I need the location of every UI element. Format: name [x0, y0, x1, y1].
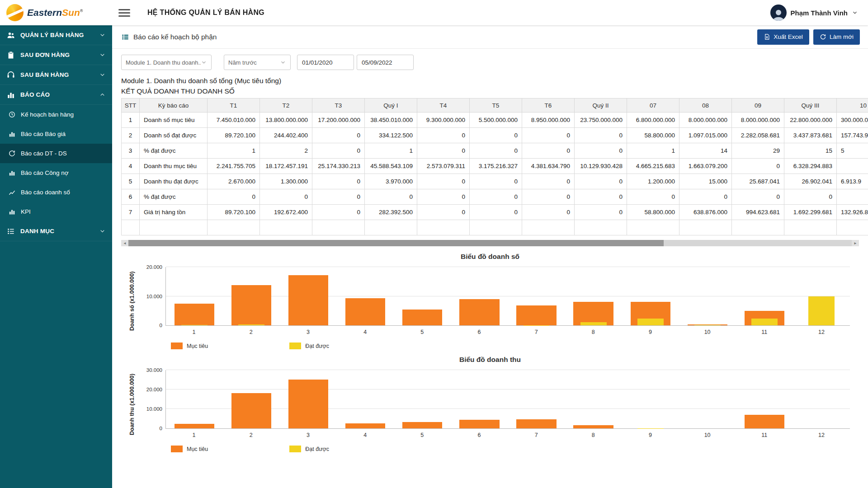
- bar-chart-icon: [6, 90, 15, 99]
- sidebar-subitem-bao-cao-doanh-so[interactable]: Báo cáo doanh số: [0, 183, 112, 202]
- sidebar-subitem-bao-cao-bao-gia[interactable]: Báo cáo Báo giá: [0, 124, 112, 144]
- table-cell: 0: [732, 159, 784, 174]
- column-header: T3: [312, 99, 365, 113]
- table-cell: 0: [732, 189, 784, 205]
- scroll-right-icon: ►: [854, 241, 857, 245]
- x-axis-tick-label: 9: [622, 432, 679, 438]
- table-cell: 3.175.216.327: [470, 159, 522, 174]
- scroll-right-arrow[interactable]: ►: [852, 240, 859, 246]
- sidebar-subitem-kpi[interactable]: KPI: [0, 202, 112, 221]
- x-axis-tick-label: 2: [222, 432, 279, 438]
- bar-dat-duoc: [751, 319, 778, 325]
- x-axis-tick-label: 7: [508, 329, 565, 335]
- table-cell: [208, 220, 260, 235]
- sidebar-subitem-bao-cao-cong-no[interactable]: Báo cáo Công nợ: [0, 163, 112, 183]
- registered-mark: ®: [80, 9, 83, 13]
- clock-icon: [8, 111, 16, 118]
- table-row: 5Doanh thu đạt được2.670.0001.300.00003.…: [122, 174, 868, 189]
- bar-muc-tieu: [345, 423, 385, 428]
- scrollbar-track[interactable]: [128, 240, 852, 246]
- table-cell: 0: [470, 143, 522, 159]
- bar-muc-tieu: [402, 310, 442, 325]
- table-cell: 6: [122, 189, 140, 205]
- table-cell: 1: [122, 113, 140, 128]
- bars-icon: [8, 169, 16, 177]
- table-cell: 5: [837, 143, 868, 159]
- menu-toggle-button[interactable]: [118, 9, 130, 17]
- period-select[interactable]: Năm trước: [224, 55, 291, 70]
- y-axis-tick-label: 20.000: [146, 387, 162, 392]
- table-cell: 1: [208, 143, 260, 159]
- list-icon: [6, 227, 15, 236]
- table-cell: 0: [575, 128, 627, 143]
- sidebar-item-quan-ly-ban-hang[interactable]: QUẢN LÝ BÁN HÀNG: [0, 25, 112, 45]
- table-cell: 7: [122, 205, 140, 220]
- table-cell: 0: [417, 128, 470, 143]
- bar-group: [565, 370, 622, 428]
- table-cell: 22.800.000.000: [784, 113, 837, 128]
- sidebar-item-danh-muc[interactable]: DANH MỤC: [0, 221, 112, 241]
- x-axis-tick-label: 4: [337, 329, 394, 335]
- bar-group: [394, 370, 451, 428]
- report-header: Module 1. Doanh thu doanh số tổng (Mục t…: [112, 76, 868, 98]
- table-cell: 3.970.000: [365, 174, 417, 189]
- table-cell: [837, 189, 868, 205]
- horizontal-scrollbar[interactable]: ◄ ►: [121, 240, 859, 246]
- column-header: 09: [732, 99, 784, 113]
- scroll-left-arrow[interactable]: ◄: [121, 240, 128, 246]
- table-cell: 0: [417, 143, 470, 159]
- sidebar-item-sau-ban-hang[interactable]: SAU BÁN HÀNG: [0, 65, 112, 85]
- app-header: EasternSun® HỆ THỐNG QUẢN LÝ BÁN HÀNG Ph…: [0, 0, 868, 25]
- table-cell: 0: [522, 205, 575, 220]
- chart-bars: [166, 370, 850, 428]
- bar-muc-tieu: [573, 425, 613, 428]
- table-cell: 5: [122, 174, 140, 189]
- bar-muc-tieu: [516, 305, 556, 325]
- table-cell: 244.402.400: [260, 128, 312, 143]
- user-menu[interactable]: Phạm Thành Vinh: [770, 5, 858, 21]
- app-logo[interactable]: EasternSun®: [0, 4, 112, 21]
- x-axis-tick-label: 2: [222, 329, 279, 335]
- bars-icon: [8, 208, 16, 216]
- bar-group: [451, 267, 508, 325]
- export-excel-button[interactable]: Xuất Excel: [757, 29, 809, 45]
- table-cell: 1.097.015.000: [679, 128, 732, 143]
- sidebar-item-sau-don-hang[interactable]: SAU ĐƠN HÀNG: [0, 45, 112, 65]
- date-to-input[interactable]: [357, 55, 414, 70]
- scrollbar-thumb[interactable]: [128, 240, 664, 246]
- sidebar-subitem-bao-cao-dt-ds[interactable]: Báo cáo DT - DS: [0, 144, 112, 163]
- x-axis-tick-label: 5: [394, 329, 451, 335]
- sidebar-subitem-ke-hoach-ban-hang[interactable]: Kế hoạch bán hàng: [0, 105, 112, 124]
- chevron-up-icon: [99, 91, 106, 98]
- table-cell: [627, 220, 679, 235]
- table-cell: 8.950.000.000: [522, 113, 575, 128]
- table-cell: 3: [122, 143, 140, 159]
- chart-doanh-thu: Biểu đồ doanh thu Doanh thu (x1.000.000)…: [112, 356, 868, 452]
- table-cell: 1.663.079.200: [679, 159, 732, 174]
- bar-muc-tieu: [175, 424, 214, 428]
- table-cell: 6.328.294.883: [784, 159, 837, 174]
- module-select[interactable]: Module 1. Doanh thu doanh...: [121, 55, 212, 70]
- refresh-label: Làm mới: [830, 33, 854, 40]
- table-cell: 0: [208, 189, 260, 205]
- legend-label: Đạt được: [305, 343, 329, 349]
- legend-entry: Đạt được: [289, 343, 329, 349]
- table-cell: 8.000.000.000: [679, 113, 732, 128]
- date-from-input[interactable]: [297, 55, 354, 70]
- table-cell: 0: [522, 143, 575, 159]
- refresh-button[interactable]: Làm mới: [813, 29, 860, 45]
- module-select-value: Module 1. Doanh thu doanh...: [126, 59, 201, 66]
- bar-dat-duoc: [181, 325, 208, 325]
- chart-title: Biểu đồ doanh số: [112, 253, 868, 261]
- table-cell: 0: [470, 128, 522, 143]
- sidebar-item-label: QUẢN LÝ BÁN HÀNG: [20, 32, 84, 38]
- sidebar-item-label: DANH MỤC: [20, 228, 54, 235]
- table-cell: 0: [417, 205, 470, 220]
- chart-title: Biểu đồ doanh thu: [112, 356, 868, 364]
- sidebar-item-bao-cao[interactable]: BÁO CÁO: [0, 85, 112, 105]
- table-cell: 2: [122, 128, 140, 143]
- table-cell: 1.200.000: [627, 174, 679, 189]
- table-cell: Doanh thu đạt được: [140, 174, 208, 189]
- legend-swatch: [289, 446, 301, 452]
- x-axis-labels: 123456789101112: [165, 329, 850, 335]
